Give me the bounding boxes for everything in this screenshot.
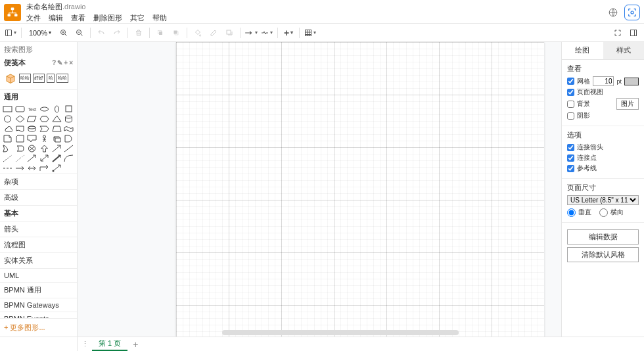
shape-roundrect[interactable]: [15, 105, 25, 113]
horizontal-scrollbar[interactable]: [222, 330, 459, 335]
add-page-button[interactable]: +: [127, 339, 143, 350]
scratch-shape-cube[interactable]: [4, 72, 17, 84]
pagesize-select[interactable]: US Letter (8.5" x 11"): [567, 195, 639, 205]
fill-color-button[interactable]: [191, 26, 204, 39]
shape-actor[interactable]: [39, 135, 49, 143]
waypoint-button[interactable]: [260, 26, 273, 39]
general-header[interactable]: 通用: [0, 90, 77, 104]
tab-style[interactable]: 样式: [603, 42, 645, 59]
shadow-button[interactable]: [223, 26, 236, 39]
grid-checkbox[interactable]: [567, 78, 574, 85]
orientation-landscape[interactable]: [599, 208, 608, 217]
shadow-checkbox[interactable]: [567, 112, 574, 120]
grid-size-input[interactable]: [593, 76, 614, 86]
shape-dashed[interactable]: [3, 154, 12, 162]
ai-scan-icon[interactable]: [624, 5, 640, 20]
cat-advanced[interactable]: 高级: [0, 189, 77, 205]
shape-conn-curve[interactable]: [64, 154, 74, 162]
shape-ellipse-tall[interactable]: [52, 105, 62, 113]
cat-flowchart[interactable]: 流程图: [0, 237, 77, 252]
shape-datastore[interactable]: [15, 145, 25, 152]
cat-basic[interactable]: 基本: [0, 205, 77, 221]
shape-conn-elbow[interactable]: [39, 164, 49, 172]
background-checkbox[interactable]: [567, 101, 574, 108]
scratchpad-area[interactable]: 哈哈 好好 哈 哈哈: [0, 70, 77, 89]
shape-text[interactable]: Text: [27, 105, 37, 113]
shape-conn-dot[interactable]: [52, 164, 62, 172]
scratchpad-edit-icon[interactable]: ✎: [57, 59, 62, 66]
zoom-out-button[interactable]: [73, 26, 86, 39]
shape-dotted[interactable]: [15, 154, 25, 162]
scratchpad-header[interactable]: 便笺本 ? ✎ + ×: [0, 56, 77, 70]
cat-bpmn-ev[interactable]: BPMN Events: [0, 312, 77, 318]
search-input[interactable]: [4, 45, 78, 53]
shape-ellipse-wide[interactable]: [39, 105, 49, 113]
scratchpad-close-icon[interactable]: ×: [69, 59, 73, 66]
undo-button[interactable]: [95, 26, 108, 39]
shape-conn-h[interactable]: [15, 164, 25, 172]
zoom-in-button[interactable]: [57, 26, 70, 39]
shape-step[interactable]: [39, 125, 49, 133]
shape-diamond[interactable]: [15, 115, 25, 123]
shape-conn-bi-h[interactable]: [27, 164, 37, 172]
scratchpad-help-icon[interactable]: ?: [52, 59, 56, 66]
shape-line[interactable]: [64, 145, 74, 152]
shape-dash-h[interactable]: [3, 164, 12, 172]
to-front-button[interactable]: [154, 26, 167, 39]
shape-square[interactable]: [64, 105, 74, 113]
shape-callout[interactable]: [27, 135, 37, 143]
pages-menu-button[interactable]: ⋮: [78, 340, 92, 348]
scratch-shape-3[interactable]: 哈: [47, 74, 55, 83]
shape-cylinder[interactable]: [64, 115, 74, 123]
language-icon[interactable]: [607, 7, 619, 18]
menu-other[interactable]: 其它: [130, 13, 145, 23]
zoom-select[interactable]: 100%▾: [26, 28, 55, 37]
canvas[interactable]: [78, 42, 561, 337]
shape-arrow-up[interactable]: [39, 145, 49, 152]
shape-or[interactable]: [3, 145, 12, 152]
to-back-button[interactable]: [170, 26, 183, 39]
scratch-shape-1[interactable]: 哈哈: [19, 74, 31, 83]
menu-file[interactable]: 文件: [26, 13, 41, 23]
fullscreen-button[interactable]: [611, 26, 624, 39]
pageview-checkbox[interactable]: [567, 89, 574, 96]
menu-view[interactable]: 查看: [71, 13, 85, 23]
shape-cloud[interactable]: [3, 125, 12, 133]
shape-rect[interactable]: [3, 105, 12, 113]
format-panel-button[interactable]: [627, 26, 640, 39]
delete-button[interactable]: [132, 26, 145, 39]
shape-hexagon[interactable]: [39, 115, 49, 123]
menu-help[interactable]: 帮助: [152, 13, 167, 23]
conn-points-checkbox[interactable]: [567, 154, 574, 162]
page-tab-1[interactable]: 第 1 页: [92, 337, 127, 351]
conn-arrows-checkbox[interactable]: [567, 144, 574, 151]
cat-misc[interactable]: 杂项: [0, 174, 77, 189]
shape-arrow-line[interactable]: [27, 154, 37, 162]
orientation-portrait[interactable]: [567, 208, 576, 217]
scratch-shape-4[interactable]: 哈哈: [57, 74, 68, 83]
shape-and[interactable]: [64, 135, 74, 143]
more-shapes-button[interactable]: + 更多图形...: [0, 318, 77, 337]
shape-trapezoid[interactable]: [52, 125, 62, 133]
shape-arrow-thick[interactable]: [52, 154, 62, 162]
shape-parallelogram[interactable]: [27, 115, 37, 123]
cat-er[interactable]: 实体关系: [0, 252, 77, 268]
shape-tape[interactable]: [64, 125, 74, 133]
cat-arrows[interactable]: 箭头: [0, 221, 77, 237]
shape-document[interactable]: [15, 125, 25, 133]
cat-bpmn-gw[interactable]: BPMN Gateways: [0, 298, 77, 312]
insert-button[interactable]: +: [282, 26, 295, 39]
shape-card[interactable]: [15, 135, 25, 143]
page-surface[interactable]: [176, 42, 544, 337]
edit-data-button[interactable]: 编辑数据: [567, 229, 639, 245]
shape-arrow-ne[interactable]: [52, 145, 62, 152]
shape-xor[interactable]: [27, 145, 37, 152]
menu-shapes[interactable]: 删除图形: [93, 13, 122, 23]
cat-bpmn[interactable]: BPMN 通用: [0, 282, 77, 298]
redo-button[interactable]: [110, 26, 124, 39]
shape-database[interactable]: [27, 125, 37, 133]
shape-arrow-bi[interactable]: [39, 154, 49, 162]
scratchpad-add-icon[interactable]: +: [64, 59, 68, 66]
shape-circle[interactable]: [3, 115, 12, 123]
shape-cube[interactable]: [52, 135, 62, 143]
